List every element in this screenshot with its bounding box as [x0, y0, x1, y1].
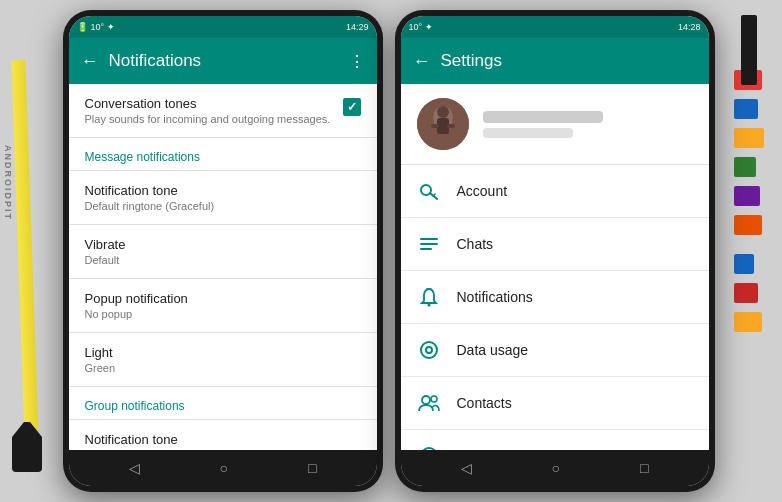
phone-1-home-nav[interactable]: ○	[220, 460, 228, 476]
message-notifications-header: Message notifications	[69, 138, 377, 171]
settings-menu-data-usage[interactable]: Data usage	[401, 324, 709, 377]
contacts-icon	[417, 391, 441, 415]
notification-tone-title: Notification tone	[85, 183, 361, 198]
phone-2-back-nav[interactable]: ◁	[461, 460, 472, 476]
phone-1-status-left: 🔋 10° ✦	[77, 22, 115, 32]
group-notifications-header: Group notifications	[69, 387, 377, 420]
block-orange	[734, 215, 762, 235]
svg-line-8	[433, 194, 435, 196]
svg-rect-10	[420, 243, 438, 245]
block-yellow	[734, 128, 764, 148]
phone-2-time: 14:28	[678, 22, 701, 32]
binder-clip-left	[12, 422, 42, 472]
svg-rect-9	[420, 238, 438, 240]
setting-popup-notification[interactable]: Popup notification No popup	[69, 279, 377, 333]
block-blue2	[734, 254, 754, 274]
phone-2-status-right: 14:28	[678, 22, 701, 32]
phone-1-bottom-nav: ◁ ○ □	[69, 450, 377, 486]
phone-1-app-bar: ← Notifications ⋮	[69, 38, 377, 84]
notification-tone-subtitle: Default ringtone (Graceful)	[85, 200, 361, 212]
phone-2-status-text: 10° ✦	[409, 22, 433, 32]
block-green	[734, 157, 756, 177]
light-title: Light	[85, 345, 361, 360]
setting-conversation-tones[interactable]: Conversation tones Play sounds for incom…	[69, 84, 377, 138]
svg-rect-5	[447, 124, 455, 128]
block-blue	[734, 99, 758, 119]
setting-vibrate[interactable]: Vibrate Default	[69, 225, 377, 279]
svg-point-16	[422, 396, 430, 404]
phone-1: 🔋 10° ✦ 14:29 ← Notifications ⋮	[63, 10, 383, 492]
phone-1-status-right: 14:29	[346, 22, 369, 32]
avatar-image	[417, 98, 469, 150]
group-notification-tone-title: Notification tone	[85, 432, 361, 447]
block-purple	[734, 186, 760, 206]
androidpit-watermark: ANDROIDPIT	[3, 145, 13, 221]
chats-label: Chats	[457, 236, 494, 252]
profile-info	[483, 111, 693, 138]
phone-1-content: Conversation tones Play sounds for incom…	[69, 84, 377, 450]
popup-notification-subtitle: No popup	[85, 308, 361, 320]
phone-1-screen: 🔋 10° ✦ 14:29 ← Notifications ⋮	[69, 16, 377, 486]
phone-1-back-nav[interactable]: ◁	[129, 460, 140, 476]
data-usage-icon	[417, 338, 441, 362]
svg-point-14	[421, 342, 437, 358]
phone-1-time: 14:29	[346, 22, 369, 32]
phone-2-bottom-nav: ◁ ○ □	[401, 450, 709, 486]
phone-2-title: Settings	[441, 51, 697, 71]
phone-2-home-nav[interactable]: ○	[552, 460, 560, 476]
profile-name-blurred	[483, 111, 603, 123]
settings-menu-notifications[interactable]: Notifications	[401, 271, 709, 324]
phone-2-app-bar: ← Settings	[401, 38, 709, 84]
phones-wrapper: 🔋 10° ✦ 14:29 ← Notifications ⋮	[50, 10, 727, 492]
phone-1-more-button[interactable]: ⋮	[349, 52, 365, 71]
notifications-icon	[417, 285, 441, 309]
phone-2-screen: 10° ✦ 14:28 ← Settings	[401, 16, 709, 486]
settings-menu-contacts[interactable]: Contacts	[401, 377, 709, 430]
block-yellow2	[734, 312, 762, 332]
binder-clip-right	[741, 15, 757, 85]
svg-point-12	[427, 304, 430, 307]
light-subtitle: Green	[85, 362, 361, 374]
phone-2-status-bar: 10° ✦ 14:28	[401, 16, 709, 38]
conversation-tones-title: Conversation tones	[85, 96, 331, 111]
settings-menu-chats[interactable]: Chats	[401, 218, 709, 271]
phone-1-status-text: 10° ✦	[91, 22, 115, 32]
phone-2: 10° ✦ 14:28 ← Settings	[395, 10, 715, 492]
key-icon	[419, 181, 439, 201]
bell-icon	[419, 287, 439, 307]
data-usage-label: Data usage	[457, 342, 529, 358]
account-icon	[417, 179, 441, 203]
phone-1-title: Notifications	[109, 51, 339, 71]
phone-2-recents-nav[interactable]: □	[640, 460, 648, 476]
conversation-tones-text: Conversation tones Play sounds for incom…	[85, 96, 331, 125]
conversation-tones-checkbox[interactable]	[343, 98, 361, 116]
svg-point-15	[426, 347, 432, 353]
phone-2-content: Account Chats	[401, 84, 709, 450]
settings-menu-account[interactable]: Account	[401, 165, 709, 218]
svg-rect-11	[420, 248, 432, 250]
contacts-label: Contacts	[457, 395, 512, 411]
block-red2	[734, 283, 758, 303]
setting-notification-tone[interactable]: Notification tone Default ringtone (Grac…	[69, 171, 377, 225]
conversation-tones-subtitle: Play sounds for incoming and outgoing me…	[85, 113, 331, 125]
svg-point-2	[437, 106, 449, 118]
setting-light[interactable]: Light Green	[69, 333, 377, 387]
phone-1-recents-nav[interactable]: □	[308, 460, 316, 476]
data-icon	[419, 340, 439, 360]
account-label: Account	[457, 183, 508, 199]
phone-1-back-button[interactable]: ←	[81, 51, 99, 72]
phone-2-status-left: 10° ✦	[409, 22, 433, 32]
chat-icon	[419, 234, 439, 254]
settings-profile[interactable]	[401, 84, 709, 165]
profile-avatar	[417, 98, 469, 150]
setting-group-notification-tone[interactable]: Notification tone Default ringtone (Grac…	[69, 420, 377, 450]
phone-2-back-button[interactable]: ←	[413, 51, 431, 72]
contacts-svg-icon	[418, 394, 440, 412]
phone-1-signal-icons: 🔋	[77, 22, 88, 32]
profile-status-blurred	[483, 128, 573, 138]
svg-rect-4	[431, 124, 439, 128]
vibrate-title: Vibrate	[85, 237, 361, 252]
popup-notification-title: Popup notification	[85, 291, 361, 306]
notifications-label: Notifications	[457, 289, 533, 305]
settings-menu-help[interactable]: ? Help	[401, 430, 709, 450]
